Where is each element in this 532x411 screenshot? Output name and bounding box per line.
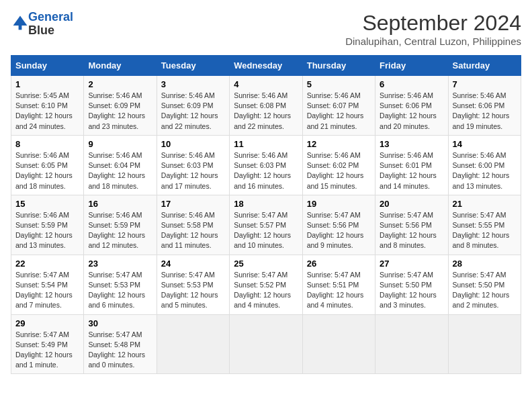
calendar-week-row: 22Sunrise: 5:47 AM Sunset: 5:54 PM Dayli… bbox=[11, 255, 521, 314]
header-saturday: Saturday bbox=[448, 56, 521, 76]
table-row: 7Sunrise: 5:46 AM Sunset: 6:06 PM Daylig… bbox=[448, 76, 521, 136]
day-number: 15 bbox=[15, 199, 79, 209]
day-number: 11 bbox=[234, 139, 298, 149]
day-detail: Sunrise: 5:46 AM Sunset: 6:06 PM Dayligh… bbox=[453, 91, 517, 132]
table-row: 22Sunrise: 5:47 AM Sunset: 5:54 PM Dayli… bbox=[11, 255, 84, 314]
day-detail: Sunrise: 5:45 AM Sunset: 6:10 PM Dayligh… bbox=[15, 91, 79, 132]
month-title: September 2024 bbox=[345, 11, 521, 36]
table-row: 19Sunrise: 5:47 AM Sunset: 5:56 PM Dayli… bbox=[302, 195, 375, 255]
logo-text: General Blue bbox=[28, 11, 73, 38]
day-detail: Sunrise: 5:46 AM Sunset: 6:01 PM Dayligh… bbox=[380, 150, 443, 191]
table-row: 30Sunrise: 5:47 AM Sunset: 5:48 PM Dayli… bbox=[84, 314, 157, 374]
day-detail: Sunrise: 5:47 AM Sunset: 5:50 PM Dayligh… bbox=[380, 270, 443, 311]
day-detail: Sunrise: 5:47 AM Sunset: 5:51 PM Dayligh… bbox=[307, 270, 371, 311]
table-row: 15Sunrise: 5:46 AM Sunset: 5:59 PM Dayli… bbox=[11, 195, 84, 255]
table-row: 25Sunrise: 5:47 AM Sunset: 5:52 PM Dayli… bbox=[230, 255, 302, 314]
calendar-week-row: 8Sunrise: 5:46 AM Sunset: 6:05 PM Daylig… bbox=[11, 135, 521, 195]
title-area: September 2024 Dinalupihan, Central Luzo… bbox=[345, 11, 521, 47]
location-title: Dinalupihan, Central Luzon, Philippines bbox=[345, 36, 521, 47]
day-number: 24 bbox=[161, 259, 225, 269]
table-row: 9Sunrise: 5:46 AM Sunset: 6:04 PM Daylig… bbox=[84, 135, 157, 195]
table-row: 18Sunrise: 5:47 AM Sunset: 5:57 PM Dayli… bbox=[230, 195, 302, 255]
calendar-header-row: Sunday Monday Tuesday Wednesday Thursday… bbox=[11, 56, 521, 76]
day-detail: Sunrise: 5:47 AM Sunset: 5:53 PM Dayligh… bbox=[161, 270, 225, 311]
day-number: 30 bbox=[88, 318, 152, 328]
table-row: 1Sunrise: 5:45 AM Sunset: 6:10 PM Daylig… bbox=[11, 76, 84, 136]
day-detail: Sunrise: 5:47 AM Sunset: 5:49 PM Dayligh… bbox=[15, 330, 79, 371]
table-row bbox=[157, 314, 229, 374]
table-row: 13Sunrise: 5:46 AM Sunset: 6:01 PM Dayli… bbox=[375, 135, 448, 195]
day-detail: Sunrise: 5:46 AM Sunset: 6:06 PM Dayligh… bbox=[380, 91, 443, 132]
day-number: 2 bbox=[88, 79, 152, 89]
day-detail: Sunrise: 5:46 AM Sunset: 6:09 PM Dayligh… bbox=[161, 91, 225, 132]
day-number: 21 bbox=[453, 199, 517, 209]
day-number: 29 bbox=[15, 318, 79, 328]
day-number: 14 bbox=[453, 139, 517, 149]
day-number: 28 bbox=[453, 259, 517, 269]
svg-marker-0 bbox=[13, 15, 28, 25]
table-row: 2Sunrise: 5:46 AM Sunset: 6:09 PM Daylig… bbox=[84, 76, 157, 136]
table-row bbox=[230, 314, 302, 374]
day-detail: Sunrise: 5:46 AM Sunset: 6:07 PM Dayligh… bbox=[307, 91, 371, 132]
day-number: 10 bbox=[161, 139, 225, 149]
table-row: 21Sunrise: 5:47 AM Sunset: 5:55 PM Dayli… bbox=[448, 195, 521, 255]
calendar-week-row: 15Sunrise: 5:46 AM Sunset: 5:59 PM Dayli… bbox=[11, 195, 521, 255]
day-detail: Sunrise: 5:46 AM Sunset: 5:58 PM Dayligh… bbox=[161, 210, 225, 251]
calendar-table: Sunday Monday Tuesday Wednesday Thursday… bbox=[11, 55, 521, 374]
table-row: 26Sunrise: 5:47 AM Sunset: 5:51 PM Dayli… bbox=[302, 255, 375, 314]
day-number: 9 bbox=[88, 139, 152, 149]
header-thursday: Thursday bbox=[302, 56, 375, 76]
table-row: 3Sunrise: 5:46 AM Sunset: 6:09 PM Daylig… bbox=[157, 76, 229, 136]
day-number: 20 bbox=[380, 199, 443, 209]
day-detail: Sunrise: 5:47 AM Sunset: 5:50 PM Dayligh… bbox=[453, 270, 517, 311]
day-detail: Sunrise: 5:46 AM Sunset: 6:08 PM Dayligh… bbox=[234, 91, 298, 132]
day-detail: Sunrise: 5:47 AM Sunset: 5:57 PM Dayligh… bbox=[234, 210, 298, 251]
day-number: 8 bbox=[15, 139, 79, 149]
table-row: 4Sunrise: 5:46 AM Sunset: 6:08 PM Daylig… bbox=[230, 76, 302, 136]
header-sunday: Sunday bbox=[11, 56, 84, 76]
day-number: 25 bbox=[234, 259, 298, 269]
day-detail: Sunrise: 5:46 AM Sunset: 6:04 PM Dayligh… bbox=[88, 150, 152, 191]
page-header: General Blue September 2024 Dinalupihan,… bbox=[11, 11, 521, 47]
header-friday: Friday bbox=[375, 56, 448, 76]
day-detail: Sunrise: 5:47 AM Sunset: 5:55 PM Dayligh… bbox=[453, 210, 517, 251]
day-number: 18 bbox=[234, 199, 298, 209]
logo-general: General bbox=[28, 10, 73, 24]
table-row: 14Sunrise: 5:46 AM Sunset: 6:00 PM Dayli… bbox=[448, 135, 521, 195]
table-row: 23Sunrise: 5:47 AM Sunset: 5:53 PM Dayli… bbox=[84, 255, 157, 314]
logo-blue: Blue bbox=[28, 24, 54, 37]
table-row: 6Sunrise: 5:46 AM Sunset: 6:06 PM Daylig… bbox=[375, 76, 448, 136]
day-number: 17 bbox=[161, 199, 225, 209]
day-number: 26 bbox=[307, 259, 371, 269]
table-row: 12Sunrise: 5:46 AM Sunset: 6:02 PM Dayli… bbox=[302, 135, 375, 195]
header-wednesday: Wednesday bbox=[230, 56, 302, 76]
table-row: 20Sunrise: 5:47 AM Sunset: 5:56 PM Dayli… bbox=[375, 195, 448, 255]
day-number: 7 bbox=[453, 79, 517, 89]
day-detail: Sunrise: 5:47 AM Sunset: 5:54 PM Dayligh… bbox=[15, 270, 79, 311]
svg-rect-1 bbox=[19, 26, 22, 30]
day-detail: Sunrise: 5:46 AM Sunset: 6:03 PM Dayligh… bbox=[161, 150, 225, 191]
day-number: 19 bbox=[307, 199, 371, 209]
day-number: 23 bbox=[88, 259, 152, 269]
day-detail: Sunrise: 5:46 AM Sunset: 5:59 PM Dayligh… bbox=[88, 210, 152, 251]
header-monday: Monday bbox=[84, 56, 157, 76]
day-number: 6 bbox=[380, 79, 443, 89]
table-row: 8Sunrise: 5:46 AM Sunset: 6:05 PM Daylig… bbox=[11, 135, 84, 195]
table-row bbox=[375, 314, 448, 374]
day-detail: Sunrise: 5:47 AM Sunset: 5:56 PM Dayligh… bbox=[380, 210, 443, 251]
logo-icon bbox=[12, 15, 28, 31]
table-row: 28Sunrise: 5:47 AM Sunset: 5:50 PM Dayli… bbox=[448, 255, 521, 314]
day-number: 5 bbox=[307, 79, 371, 89]
day-number: 16 bbox=[88, 199, 152, 209]
day-number: 4 bbox=[234, 79, 298, 89]
day-number: 1 bbox=[15, 79, 79, 89]
table-row bbox=[448, 314, 521, 374]
table-row: 29Sunrise: 5:47 AM Sunset: 5:49 PM Dayli… bbox=[11, 314, 84, 374]
day-number: 13 bbox=[380, 139, 443, 149]
day-detail: Sunrise: 5:47 AM Sunset: 5:56 PM Dayligh… bbox=[307, 210, 371, 251]
day-detail: Sunrise: 5:46 AM Sunset: 6:00 PM Dayligh… bbox=[453, 150, 517, 191]
day-number: 3 bbox=[161, 79, 225, 89]
day-number: 27 bbox=[380, 259, 443, 269]
table-row: 5Sunrise: 5:46 AM Sunset: 6:07 PM Daylig… bbox=[302, 76, 375, 136]
day-detail: Sunrise: 5:46 AM Sunset: 6:09 PM Dayligh… bbox=[88, 91, 152, 132]
